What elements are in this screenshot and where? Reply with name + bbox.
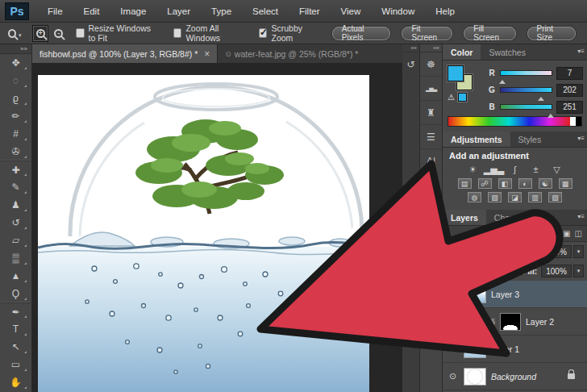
eraser-tool[interactable]: ▱ (0, 231, 31, 249)
fill-field[interactable]: 100% (541, 265, 572, 277)
rectangle-tool[interactable]: ▭ (0, 356, 31, 373)
path-selection-tool[interactable]: ↖ (0, 338, 31, 356)
levels-icon[interactable]: ▂▅▃ (487, 164, 502, 175)
layer-row-layer1[interactable]: ⊙ Layer 1 (443, 336, 587, 363)
history-brush-tool[interactable]: ↺ (0, 214, 31, 231)
color-lookup-icon[interactable]: ▦ (559, 178, 572, 189)
pen-tool[interactable]: ✒ (0, 302, 31, 320)
blur-tool[interactable]: ▲ (0, 267, 31, 285)
canvas-fishbowl-document[interactable] (38, 75, 369, 392)
layer-thumbnail[interactable] (464, 313, 486, 331)
collapse-dock-icon[interactable]: «« (420, 44, 442, 52)
mask-link-icon[interactable]: § (491, 318, 495, 326)
fill-screen-button[interactable]: Fill Screen (464, 27, 515, 40)
eyedropper-tool[interactable]: ✇ (0, 143, 31, 161)
opacity-dropdown-icon[interactable]: ▾ (573, 245, 584, 258)
visibility-eye-icon[interactable]: ⊙ (447, 289, 459, 299)
resize-windows-checkbox[interactable]: ✓ Resize Windows to Fit (76, 23, 159, 43)
fit-screen-button[interactable]: Fit Screen (402, 27, 452, 40)
lock-transparency-icon[interactable] (491, 269, 498, 274)
foreground-color-swatch[interactable] (448, 65, 464, 81)
tab-fishbowl-psd[interactable]: fishbowl.psd @ 100% (Layer 3, RGB/8#) * … (32, 44, 218, 63)
tab-water-feat-jpg[interactable]: ⊙ water-feat.jpg @ 25% (RGB/8*) * (218, 44, 365, 63)
fill-dropdown-icon[interactable]: ▾ (573, 265, 584, 277)
menu-help[interactable]: Help (425, 6, 465, 16)
green-value-field[interactable]: 202 (556, 84, 583, 97)
menu-image[interactable]: Image (110, 6, 156, 16)
menu-layer[interactable]: Layer (156, 6, 201, 16)
tab-layers[interactable]: Layers (443, 210, 486, 225)
color-balance-icon[interactable]: ☍ (478, 178, 492, 189)
vibrance-icon[interactable]: ▽ (550, 164, 564, 175)
exposure-icon[interactable]: ± (529, 164, 543, 175)
hand-tool[interactable]: ✋ (0, 373, 31, 391)
menu-select[interactable]: Select (242, 6, 289, 16)
curves-icon[interactable]: ∫ (508, 164, 522, 175)
menu-edit[interactable]: Edit (73, 6, 110, 16)
blue-value-field[interactable]: 251 (556, 101, 583, 114)
visibility-eye-icon[interactable]: ⊙ (447, 316, 459, 327)
layer-mask-thumbnail[interactable] (500, 313, 521, 331)
layer-name[interactable]: Layer 2 (526, 317, 554, 327)
opacity-field[interactable]: 100% (541, 245, 572, 258)
navigator-panel-icon[interactable]: ☸ (420, 52, 442, 77)
layer-name[interactable]: Layer 3 (491, 290, 519, 299)
panel-menu-icon[interactable]: ▾≡ (577, 48, 585, 55)
clone-source-panel-icon[interactable]: ♜ (420, 101, 442, 125)
history-panel-icon[interactable]: ↺ (402, 52, 419, 77)
actual-pixels-button[interactable]: Actual Pixels (332, 27, 391, 40)
menu-type[interactable]: Type (201, 6, 242, 16)
type-tool[interactable]: T (0, 320, 31, 338)
visibility-eye-icon[interactable]: ⊙ (447, 344, 459, 354)
photo-filter-icon[interactable]: ◐ (518, 178, 532, 189)
menu-filter[interactable]: Filter (289, 6, 331, 16)
zoom-all-windows-checkbox[interactable]: ✓ Zoom All Windows (173, 23, 244, 43)
gamut-color-swatch[interactable] (458, 93, 467, 102)
panel-menu-icon[interactable]: ▾≡ (577, 213, 585, 220)
invert-icon[interactable]: ◍ (468, 192, 481, 202)
filter-doc-icon[interactable]: ▣ (563, 229, 570, 238)
clone-stamp-tool[interactable]: ♟ (0, 196, 31, 214)
posterize-icon[interactable]: ▨ (488, 192, 502, 202)
tab-styles[interactable]: Styles (510, 131, 550, 147)
green-slider[interactable] (500, 87, 552, 93)
zoom-in-button[interactable]: + (32, 25, 49, 42)
layer-thumbnail[interactable] (464, 368, 486, 386)
brush-presets-panel-icon[interactable]: ☰ (420, 125, 442, 149)
layer-thumbnail[interactable] (464, 286, 486, 303)
scrubby-zoom-checkbox[interactable]: ✓ Scrubby Zoom (259, 23, 318, 43)
tab-channels[interactable]: Channels (486, 210, 538, 225)
zoom-out-button[interactable]: - (50, 25, 66, 42)
slider-thumb[interactable] (547, 111, 554, 118)
filter-type-icon[interactable]: ◫ (575, 229, 582, 238)
red-value-field[interactable]: 7 (556, 67, 583, 80)
close-icon[interactable]: × (204, 48, 210, 60)
gradient-map-icon[interactable]: ▥ (528, 192, 542, 202)
zoom-tool-icon[interactable] (8, 29, 16, 38)
layer-name[interactable]: Layer 1 (491, 344, 519, 354)
layer-row-layer3[interactable]: ⊙ Layer 3 (443, 281, 587, 308)
tab-color[interactable]: Color (443, 44, 481, 60)
red-slider[interactable] (500, 70, 552, 76)
tab-swatches[interactable]: Swatches (481, 44, 534, 60)
spot-healing-brush-tool[interactable]: ✚ (0, 161, 31, 178)
histogram-panel-icon[interactable]: ▂▅▃ (420, 77, 442, 101)
tab-adjustments[interactable]: Adjustments (443, 131, 510, 147)
collapse-dock-icon[interactable]: «« (402, 44, 419, 52)
panel-menu-icon[interactable]: ▾≡ (577, 135, 585, 142)
selective-color-icon[interactable]: ▧ (548, 192, 562, 202)
print-size-button[interactable]: Print Size (527, 27, 576, 40)
hue-saturation-icon[interactable]: ▤ (458, 178, 472, 189)
brightness-contrast-icon[interactable]: ☀ (466, 164, 481, 175)
gamut-warning-icon[interactable]: ⚠ (448, 93, 455, 102)
layer-name[interactable]: Background (491, 372, 536, 382)
quick-selection-tool[interactable]: ✏ (0, 107, 31, 125)
slider-thumb[interactable] (538, 94, 544, 101)
threshold-icon[interactable]: ◪ (508, 192, 522, 202)
character-panel-icon[interactable]: A| (420, 149, 442, 173)
layer-thumbnail[interactable] (464, 340, 486, 358)
tool-preset-dropdown-icon[interactable]: ▾ (19, 32, 22, 39)
visibility-eye-icon[interactable]: ⊙ (447, 371, 459, 382)
lasso-tool[interactable]: ϱ (0, 90, 31, 107)
menu-window[interactable]: Window (371, 6, 425, 16)
